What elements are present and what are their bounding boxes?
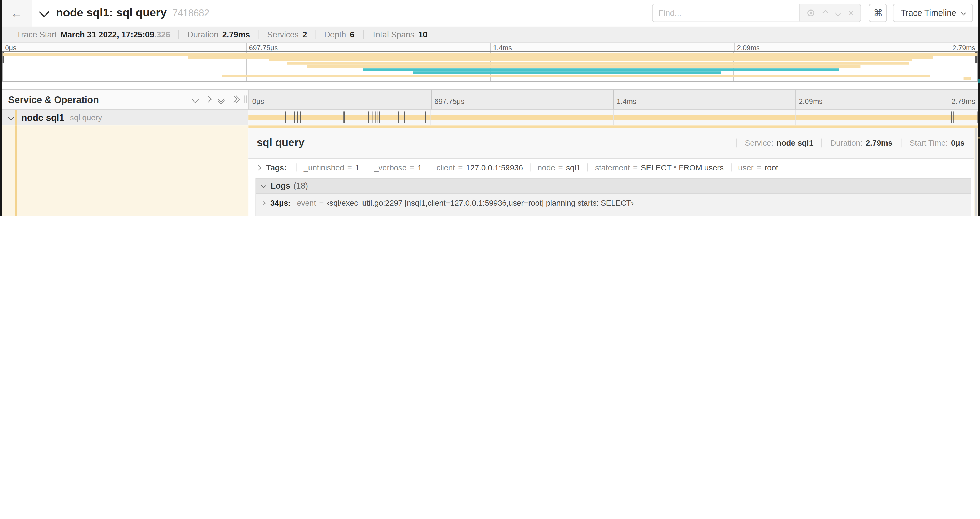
edge-tan-segment xyxy=(978,137,980,139)
summary-item: Duration 2.79ms xyxy=(179,30,259,39)
span-operation-name: sql query xyxy=(70,113,102,122)
tag-value: 1 xyxy=(418,163,422,172)
detail-strip-left xyxy=(2,126,248,128)
log-marker-tick xyxy=(269,112,269,123)
summary-label: Duration xyxy=(187,30,218,39)
chevron-down-icon xyxy=(961,10,966,15)
summary-label: Services xyxy=(267,30,299,39)
tag-item: statement = SELECT * FROM users xyxy=(581,163,724,172)
tag-value: sql1 xyxy=(566,163,581,172)
ruler-gridline xyxy=(795,110,796,126)
collapse-one-icon[interactable] xyxy=(191,96,198,103)
tag-item: _unfinished = 1 xyxy=(289,163,360,172)
log-marker-tick xyxy=(379,112,380,123)
find-clear-icon[interactable]: × xyxy=(848,8,854,18)
log-timestamp: 80μs: xyxy=(270,215,291,216)
log-marker-tick xyxy=(404,112,405,123)
log-field-key: event xyxy=(297,215,316,216)
summary-value: 6 xyxy=(350,30,354,39)
ruler-gridline xyxy=(613,110,614,126)
span-color-accent xyxy=(15,128,17,216)
log-timestamp: 34μs: xyxy=(270,199,291,208)
right-edge-strip xyxy=(978,0,980,216)
minimap-span-bar xyxy=(287,62,909,65)
ruler-tick-label: 2.79ms xyxy=(952,44,975,51)
back-button[interactable]: ← xyxy=(2,0,32,26)
summary-value-suffix: .326 xyxy=(154,30,170,39)
span-collapse-chevron-icon[interactable] xyxy=(8,115,14,121)
service-operation-header: Service & Operation xyxy=(2,89,248,109)
trace-summary-bar: Trace Start March 31 2022, 17:25:09 .326… xyxy=(2,26,978,43)
detail-strip-bar xyxy=(248,126,978,128)
minimap-canvas[interactable] xyxy=(2,51,978,82)
detail-accent-strip xyxy=(2,126,978,128)
trace-view-selector[interactable]: Trace Timeline xyxy=(893,4,973,22)
log-marker-tick xyxy=(285,112,286,123)
detail-title-row: sql query Service: node sql1 Duration: 2… xyxy=(248,128,974,158)
logs-header[interactable]: Logs (18) xyxy=(256,179,970,194)
detail-meta: Service: node sql1 Duration: 2.79ms Star… xyxy=(728,139,964,148)
log-field-value: ‹sql/exec_util.go:2297 [nsql1,client=127… xyxy=(327,199,634,208)
log-row[interactable]: 34μs: event = ‹sql/exec_util.go:2297 [ns… xyxy=(256,195,970,211)
ruler-gridline xyxy=(490,43,490,51)
keyboard-shortcuts-button[interactable]: ⌘ xyxy=(869,4,888,22)
logs-count: (18) xyxy=(293,181,308,191)
tag-separator xyxy=(587,163,588,172)
span-row[interactable]: node sql1 sql query xyxy=(2,110,978,126)
trace-view-selector-label: Trace Timeline xyxy=(901,8,956,18)
find-input[interactable] xyxy=(652,5,799,22)
tags-list: _unfinished = 1 _verbose = 1 xyxy=(289,163,778,172)
ruler-tick-label: 0μs xyxy=(252,97,264,105)
summary-value: 10 xyxy=(418,30,428,39)
left-edge-strip xyxy=(0,0,2,216)
meta-item: Start Time: 0μs xyxy=(901,139,964,148)
tag-item: _verbose = 1 xyxy=(360,163,422,172)
page-title: node sql1: sql query xyxy=(56,6,167,20)
span-name-cell[interactable]: node sql1 sql query xyxy=(2,110,248,126)
minimap-span-bar xyxy=(363,68,838,71)
summary-value: March 31 2022, 17:25:09 xyxy=(60,30,154,39)
tag-equals: = xyxy=(410,163,414,172)
collapse-all-icon[interactable] xyxy=(218,96,223,103)
find-next-icon[interactable] xyxy=(835,10,841,16)
scrollbar-thumb[interactable] xyxy=(975,128,977,216)
column-resizer-handle[interactable] xyxy=(244,96,247,103)
tag-key: _verbose xyxy=(374,163,406,172)
span-color-accent xyxy=(15,126,17,128)
edge-teal-segment xyxy=(978,79,980,83)
find-prev-icon[interactable] xyxy=(822,10,829,16)
summary-label: Trace Start xyxy=(16,30,57,39)
log-row[interactable]: 80μs: event = ‹sql/plan_opt.go:358 [nsql… xyxy=(256,211,970,216)
scope-icon[interactable] xyxy=(807,9,815,17)
log-chevron-icon xyxy=(260,201,265,206)
tag-key: user xyxy=(738,163,753,172)
ruler-tick-label: 697.75μs xyxy=(249,44,278,51)
trace-id: 7418682 xyxy=(173,8,210,18)
tags-accordian[interactable]: Tags: _unfinished = 1 _verbose xyxy=(248,159,974,176)
find-actions: × xyxy=(799,5,861,22)
tag-separator xyxy=(366,163,367,172)
ruler-gridline xyxy=(614,89,614,109)
ruler-tick-label: 2.09ms xyxy=(799,97,823,105)
tag-item: user = root xyxy=(724,163,778,172)
expand-all-icon[interactable] xyxy=(231,97,238,102)
tag-key: statement xyxy=(595,163,630,172)
logs-accordian: Logs (18) 34μs: event = ‹sql/exec_util.g… xyxy=(256,178,971,216)
summary-item: Total Spans 10 xyxy=(363,30,436,39)
meta-value: 0μs xyxy=(951,139,965,148)
minimap-tick-labels: 0μs697.75μs1.4ms2.09ms2.79ms xyxy=(2,43,978,51)
log-marker-tick xyxy=(297,112,298,123)
service-operation-title: Service & Operation xyxy=(8,94,99,105)
ruler-gridline xyxy=(431,110,431,126)
tag-equals: = xyxy=(757,163,762,172)
tag-separator xyxy=(530,163,531,172)
expand-one-icon[interactable] xyxy=(204,96,211,103)
tags-chevron-icon xyxy=(256,165,261,170)
log-field-key: event xyxy=(297,199,316,208)
log-marker-tick xyxy=(377,112,378,123)
span-bar-cell[interactable] xyxy=(248,110,978,126)
collapse-controls xyxy=(192,96,239,103)
span-detail-row: sql query Service: node sql1 Duration: 2… xyxy=(2,128,978,216)
tag-value: root xyxy=(765,163,778,172)
trace-collapse-chevron-icon[interactable] xyxy=(39,6,49,18)
